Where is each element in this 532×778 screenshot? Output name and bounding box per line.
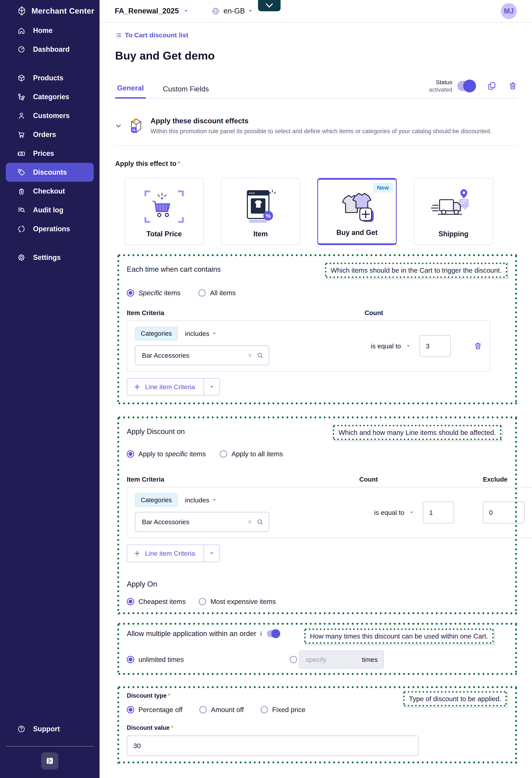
radio-selected-icon [127, 450, 134, 458]
chevron-down-icon [212, 499, 216, 501]
panel-description: Within this promotion rule panel its pos… [151, 128, 492, 135]
project-switcher[interactable]: FA_Renewal_2025 [115, 7, 188, 15]
radio-unlimited-times[interactable]: unlimited times [127, 656, 184, 664]
criteria-type-chip[interactable]: Categories [135, 327, 178, 340]
categories-icon [17, 93, 26, 101]
sidebar-item-customers[interactable]: Customers [6, 106, 94, 125]
count-input[interactable] [423, 501, 454, 523]
apply-on-radios: Cheapest items Most expensive items [127, 598, 508, 606]
operator-dropdown[interactable]: includes [185, 330, 216, 337]
section-title: Apply Discount on [127, 425, 185, 436]
category-value-input[interactable] [142, 352, 247, 360]
radio-amount-off[interactable]: Amount off [199, 706, 244, 714]
locale-switcher[interactable]: en-GB [211, 7, 253, 15]
sidebar-item-home[interactable]: Home [6, 21, 94, 40]
sidebar-item-checkout[interactable]: Checkout [6, 182, 94, 201]
tab-general[interactable]: General [115, 84, 146, 99]
trash-icon [508, 81, 517, 90]
divider [115, 145, 517, 146]
effect-card-total-price[interactable]: Total Price [124, 178, 204, 245]
chevron-down-icon [410, 511, 414, 514]
sidebar-collapse-button[interactable] [41, 752, 58, 769]
multiple-radios: unlimited times times [127, 650, 508, 669]
add-line-item-criteria-button[interactable]: Line item Criteria [127, 378, 220, 396]
radio-all-items[interactable]: All items [198, 289, 236, 297]
status-toggle[interactable] [457, 81, 475, 91]
radio-specific-items[interactable]: Specific items [127, 289, 180, 297]
multiple-application-toggle[interactable] [267, 630, 279, 637]
radio-selected-icon [127, 598, 134, 605]
exclude-input[interactable] [483, 501, 525, 523]
sidebar-item-settings[interactable]: Settings [6, 248, 94, 267]
tab-custom-fields[interactable]: Custom Fields [161, 85, 211, 98]
effect-card-buy-and-get[interactable]: New Buy and Get [317, 178, 397, 245]
panel-header: % Apply these discount effects Within th… [115, 116, 517, 135]
sidebar-item-categories[interactable]: Categories [6, 87, 94, 106]
radio-percentage-off[interactable]: Percentage off [127, 706, 183, 714]
search-icon[interactable] [256, 518, 264, 526]
delete-button[interactable] [508, 81, 517, 90]
search-icon[interactable] [256, 352, 264, 359]
radio-unselected-icon [199, 706, 207, 713]
tab-bar: General Custom Fields Status activated [115, 76, 517, 99]
radio-apply-all[interactable]: Apply to all items [220, 450, 283, 458]
radio-fixed-price[interactable]: Fixed price [261, 706, 305, 714]
duplicate-button[interactable] [487, 81, 496, 90]
radio-cheapest-items[interactable]: Cheapest items [127, 598, 186, 606]
breadcrumb[interactable]: To Cart discount list [115, 31, 517, 39]
audit-log-icon [17, 206, 26, 214]
status-label: Status activated [429, 79, 452, 93]
radio-unselected-icon [198, 289, 206, 297]
shipping-truck-illustration [429, 186, 478, 228]
chevron-down-icon [212, 332, 216, 335]
section-multiple-application: Allow multiple application within an ord… [117, 623, 517, 675]
sidebar-item-dashboard[interactable]: Dashboard [6, 40, 94, 59]
discount-value-label: Discount value* [127, 724, 508, 731]
sidebar-item-support[interactable]: Support [6, 719, 94, 738]
criteria-left: Categories includes [135, 327, 271, 365]
sidebar-item-prices[interactable]: Prices [6, 144, 94, 163]
apply-scope-radios: Apply to specific items Apply to all ite… [127, 450, 508, 458]
sidebar-item-orders[interactable]: Orders [6, 125, 94, 144]
page-title: Buy and Get demo [115, 49, 517, 62]
effect-card-shipping[interactable]: Shipping [414, 178, 493, 245]
radio-apply-specific[interactable]: Apply to specific items [127, 450, 206, 458]
dashboard-icon [17, 45, 26, 54]
specify-times-input[interactable] [305, 656, 350, 664]
sidebar-item-audit-log[interactable]: Audit log [6, 201, 94, 219]
radio-most-expensive-items[interactable]: Most expensive items [199, 598, 276, 606]
settings-gear-icon [17, 253, 26, 262]
section-header: Apply Discount on Which and how many Lin… [127, 425, 508, 440]
item-discount-illustration: % [236, 186, 285, 228]
info-icon[interactable]: i [260, 630, 262, 637]
collapse-chevron-icon[interactable] [115, 123, 122, 129]
avatar[interactable]: MJ [501, 3, 517, 19]
add-button-dropdown[interactable] [204, 545, 219, 562]
category-value-input[interactable] [142, 518, 247, 526]
remove-criteria-button[interactable] [474, 342, 482, 350]
operator-dropdown[interactable]: includes [185, 496, 216, 504]
sidebar-item-operations[interactable]: Operations [6, 219, 94, 238]
category-search-field[interactable] [135, 345, 269, 365]
brand-name: Merchant Center [31, 7, 94, 15]
add-line-item-criteria-button[interactable]: Line item Criteria [127, 545, 220, 562]
sidebar-item-discounts[interactable]: Discounts [6, 163, 94, 182]
sidebar: Merchant Center Home Dashboard Products … [0, 0, 100, 778]
prices-icon [17, 149, 26, 158]
effect-card-item[interactable]: % Item [221, 178, 300, 245]
count-input[interactable] [420, 335, 451, 357]
svg-text:%: % [132, 128, 135, 132]
category-search-field[interactable] [135, 512, 269, 532]
sidebar-item-products[interactable]: Products [6, 69, 94, 87]
count-operator-dropdown[interactable]: is equal to [371, 342, 410, 350]
add-button-dropdown[interactable] [204, 379, 219, 395]
clear-icon[interactable] [247, 353, 253, 358]
discount-value-input[interactable] [127, 735, 419, 756]
clear-icon[interactable] [247, 519, 253, 525]
radio-specify-times[interactable] [290, 656, 297, 663]
main-area: FA_Renewal_2025 en-GB MJ To Cart discoun… [100, 0, 532, 778]
effect-card-label: Buy and Get [336, 229, 378, 237]
expand-banner-button[interactable] [258, 0, 281, 11]
criteria-type-chip[interactable]: Categories [135, 493, 178, 507]
count-operator-dropdown[interactable]: is equal to [374, 509, 414, 517]
